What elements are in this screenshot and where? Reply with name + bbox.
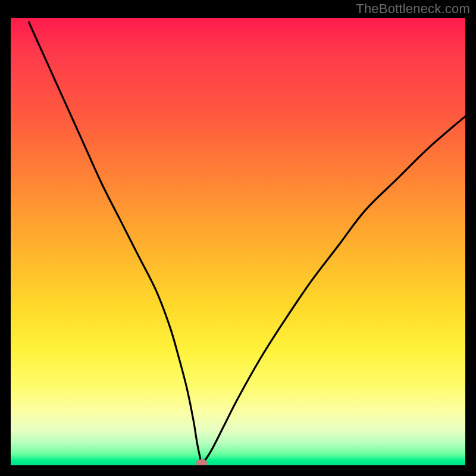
- watermark-text: TheBottleneck.com: [356, 1, 470, 17]
- chart-stage: TheBottleneck.com: [0, 0, 476, 476]
- optimal-point-marker: [196, 459, 207, 465]
- plot-frame: [10, 17, 466, 466]
- plot-area: [11, 18, 465, 465]
- bottleneck-curve: [11, 18, 465, 465]
